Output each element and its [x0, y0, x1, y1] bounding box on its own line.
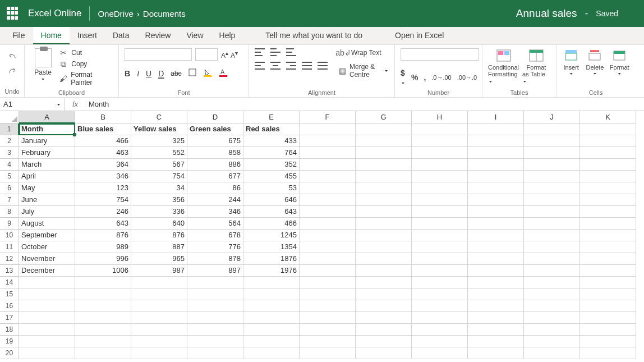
cell[interactable]	[468, 194, 524, 206]
cell[interactable]	[243, 324, 300, 336]
number-format-select[interactable]	[401, 48, 479, 61]
cell[interactable]	[75, 300, 131, 312]
cell[interactable]	[580, 182, 636, 194]
percent-button[interactable]: %	[411, 73, 418, 82]
cell[interactable]	[75, 277, 131, 288]
cell[interactable]: Green sales	[187, 123, 243, 135]
cell[interactable]	[412, 347, 468, 359]
cell[interactable]	[356, 218, 412, 230]
currency-button[interactable]: $▼	[401, 68, 406, 86]
cell[interactable]	[580, 347, 636, 359]
cell[interactable]	[412, 265, 468, 277]
column-header[interactable]: I	[468, 111, 524, 123]
cell[interactable]	[580, 241, 636, 253]
cell[interactable]	[580, 206, 636, 218]
cell[interactable]	[412, 253, 468, 265]
paste-button[interactable]: Paste ▼	[30, 48, 56, 82]
align-bottom-button[interactable]	[286, 48, 296, 56]
cell[interactable]	[131, 277, 187, 288]
open-in-excel[interactable]: Open in Excel	[387, 27, 452, 44]
cell[interactable]	[468, 171, 524, 182]
cell[interactable]: 1006	[75, 265, 131, 277]
comma-button[interactable]: ,	[424, 73, 426, 82]
cell[interactable]	[19, 277, 75, 288]
align-top-button[interactable]	[255, 48, 265, 56]
tab-review[interactable]: Review	[137, 27, 179, 44]
cell[interactable]	[412, 230, 468, 241]
cell[interactable]	[412, 159, 468, 171]
cell[interactable]	[412, 135, 468, 147]
tab-view[interactable]: View	[178, 27, 211, 44]
cell[interactable]: 965	[131, 253, 187, 265]
cell[interactable]	[19, 312, 75, 324]
cell[interactable]	[524, 336, 580, 347]
cell[interactable]	[580, 336, 636, 347]
cell[interactable]	[300, 171, 356, 182]
cell[interactable]	[580, 288, 636, 300]
cell[interactable]	[580, 123, 636, 135]
cell[interactable]	[356, 277, 412, 288]
cell[interactable]	[356, 194, 412, 206]
align-left-button[interactable]	[255, 62, 265, 70]
cell[interactable]: 246	[75, 206, 131, 218]
cell[interactable]: Blue sales	[75, 123, 131, 135]
column-header[interactable]: H	[412, 111, 468, 123]
cell[interactable]	[300, 265, 356, 277]
tell-me-search[interactable]: Tell me what you want to do	[265, 27, 370, 44]
cell[interactable]: 876	[75, 230, 131, 241]
align-middle-button[interactable]	[270, 48, 280, 56]
cell[interactable]	[524, 277, 580, 288]
cell[interactable]	[356, 171, 412, 182]
tab-insert[interactable]: Insert	[70, 27, 105, 44]
double-underline-button[interactable]: D	[158, 69, 164, 78]
cell[interactable]	[524, 182, 580, 194]
cell[interactable]	[412, 123, 468, 135]
breadcrumb-item[interactable]: OneDrive	[98, 9, 133, 19]
cell[interactable]	[468, 336, 524, 347]
cell[interactable]: 858	[187, 147, 243, 159]
app-launcher-icon[interactable]	[7, 7, 20, 20]
column-header[interactable]: K	[580, 111, 636, 123]
cell[interactable]: 1354	[243, 241, 300, 253]
cell[interactable]	[524, 300, 580, 312]
cell[interactable]	[300, 253, 356, 265]
cell[interactable]	[356, 241, 412, 253]
cell[interactable]: August	[19, 218, 75, 230]
align-right-button[interactable]	[286, 62, 296, 70]
cell[interactable]	[187, 347, 243, 359]
cell[interactable]	[187, 300, 243, 312]
row-header[interactable]: 15	[0, 288, 19, 300]
cell[interactable]: 887	[131, 241, 187, 253]
row-header[interactable]: 5	[0, 171, 19, 182]
cell[interactable]: November	[19, 253, 75, 265]
cell[interactable]	[468, 300, 524, 312]
cell[interactable]	[412, 241, 468, 253]
cell[interactable]	[75, 347, 131, 359]
document-name[interactable]: Annual sales	[516, 7, 577, 20]
cell[interactable]: March	[19, 159, 75, 171]
cell[interactable]: 677	[187, 171, 243, 182]
cell[interactable]	[412, 336, 468, 347]
cell[interactable]	[300, 159, 356, 171]
tab-file[interactable]: File	[4, 27, 33, 44]
cell[interactable]	[524, 324, 580, 336]
copy-button[interactable]: ⧉Copy	[59, 59, 113, 68]
cell[interactable]: 878	[187, 253, 243, 265]
font-size-select[interactable]	[195, 48, 218, 61]
cell[interactable]	[468, 312, 524, 324]
name-box[interactable]: A1 ▼	[0, 98, 65, 111]
merge-center-button[interactable]: ▦Merge & Centre ▼	[339, 63, 389, 79]
cell[interactable]	[75, 324, 131, 336]
format-cells-button[interactable]: Format▼	[610, 48, 629, 76]
cell[interactable]	[300, 324, 356, 336]
redo-button[interactable]	[6, 65, 19, 77]
formula-input[interactable]: Month	[85, 100, 109, 108]
cell[interactable]	[468, 147, 524, 159]
cell[interactable]	[131, 324, 187, 336]
cell[interactable]	[356, 135, 412, 147]
row-header[interactable]: 16	[0, 300, 19, 312]
cell[interactable]	[300, 347, 356, 359]
cell[interactable]	[524, 218, 580, 230]
wrap-text-button[interactable]: ab↲Wrap Text	[339, 48, 389, 57]
cell[interactable]	[580, 324, 636, 336]
